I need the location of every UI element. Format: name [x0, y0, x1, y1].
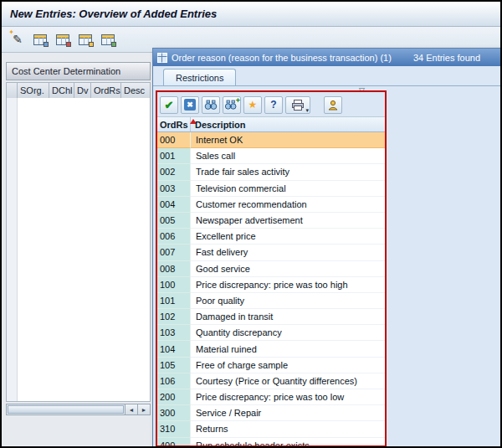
table-row[interactable]: 008 Good service — [157, 261, 385, 277]
dialog-grid-icon — [157, 53, 167, 63]
cell-description[interactable]: Returns — [191, 421, 385, 437]
table-row[interactable]: 004 Customer recommendation — [157, 197, 385, 213]
table-row[interactable]: 003 Television commercial — [157, 181, 385, 197]
scroll-left-button[interactable]: ◄ — [125, 404, 137, 415]
cell-ordrs[interactable]: 104 — [157, 341, 191, 357]
bg-col-desc[interactable]: Desc — [121, 82, 151, 99]
cell-description[interactable]: Customer recommendation — [191, 197, 385, 213]
table-row[interactable]: 400 Run schedule header exists — [157, 438, 385, 447]
position-button[interactable] — [99, 30, 117, 49]
cell-ordrs[interactable]: 103 — [157, 325, 191, 341]
cell-ordrs[interactable]: 300 — [157, 405, 191, 421]
cell-description[interactable]: Run schedule header exists — [191, 438, 385, 447]
cell-ordrs[interactable]: 000 — [157, 132, 191, 148]
bg-table-body — [6, 98, 151, 402]
dialog-title-bar[interactable]: Order reason (reason for the business tr… — [153, 49, 502, 66]
tab-restrictions[interactable]: Restrictions — [163, 69, 236, 86]
cell-ordrs[interactable]: 310 — [157, 421, 191, 437]
cell-ordrs[interactable]: 101 — [157, 293, 191, 309]
entries-found-label: 34 Entries found — [413, 53, 480, 63]
cell-description[interactable]: Courtesy (Price or Quantity differences) — [191, 373, 385, 389]
cell-description[interactable]: Price discrepancy: price was too low — [191, 389, 385, 405]
cell-ordrs[interactable]: 106 — [157, 373, 191, 389]
copy-as-button[interactable] — [31, 30, 49, 49]
cell-description[interactable]: Good service — [191, 261, 385, 277]
cell-description[interactable]: Television commercial — [191, 181, 385, 197]
cell-description[interactable]: Newspaper advertisement — [191, 213, 385, 229]
scroll-right-icon: ► — [141, 407, 147, 413]
scroll-right-button[interactable]: ► — [137, 404, 150, 415]
pencil-icon: ✦✎ — [13, 33, 23, 45]
cell-description[interactable]: Service / Repair — [191, 405, 385, 421]
select-all-button[interactable] — [76, 30, 95, 49]
cell-ordrs[interactable]: 008 — [157, 261, 191, 277]
cancel-button[interactable]: ✖ — [181, 96, 199, 114]
find-next-button[interactable]: + — [223, 96, 241, 114]
table-row[interactable]: 102 Damaged in transit — [157, 309, 385, 325]
table-row[interactable]: 200 Price discrepancy: price was too low — [157, 389, 385, 405]
cell-description[interactable]: Quantity discrepancy — [191, 325, 385, 341]
cell-ordrs[interactable]: 005 — [157, 213, 191, 229]
personal-value-list-button[interactable] — [324, 96, 342, 114]
table-delete-icon — [56, 34, 69, 45]
cell-description[interactable]: Internet OK — [191, 132, 385, 148]
print-button[interactable]: ▾ — [285, 96, 310, 114]
table-row[interactable]: 001 Sales call — [157, 148, 385, 164]
column-header-description[interactable]: Description — [191, 117, 385, 131]
table-row[interactable]: 300 Service / Repair — [157, 405, 385, 421]
bg-col-selector[interactable] — [6, 82, 18, 99]
cell-description[interactable]: Free of charge sample — [191, 358, 385, 373]
edit-toggle-button[interactable]: ✦✎ — [8, 30, 27, 49]
close-x-icon: ✖ — [184, 99, 196, 111]
cell-ordrs[interactable]: 004 — [157, 197, 191, 213]
bg-col-dchl[interactable]: DChl — [49, 82, 74, 99]
table-row[interactable]: 002 Trade fair sales activity — [157, 164, 385, 180]
accept-button[interactable]: ✔ — [160, 96, 178, 114]
search-help-button[interactable]: ? — [264, 96, 283, 114]
cell-ordrs[interactable]: 001 — [157, 148, 191, 164]
table-copy-icon — [33, 34, 47, 45]
cell-description[interactable]: Excellent price — [191, 229, 385, 245]
delete-row-button[interactable] — [54, 30, 72, 49]
cell-ordrs[interactable]: 006 — [157, 229, 191, 245]
panel-title: Cost Center Determination — [12, 66, 120, 76]
cell-description[interactable]: Fast delivery — [191, 245, 385, 260]
cell-ordrs[interactable]: 003 — [157, 181, 191, 197]
cell-description[interactable]: Price discrepancy: price was too high — [191, 277, 385, 293]
cell-description[interactable]: Trade fair sales activity — [191, 164, 385, 180]
table-row[interactable]: 105 Free of charge sample — [157, 358, 385, 373]
bg-col-ordrs[interactable]: OrdRs — [91, 82, 121, 99]
cell-ordrs[interactable]: 100 — [157, 277, 191, 293]
cell-ordrs[interactable]: 002 — [157, 164, 191, 180]
cell-description[interactable]: Material ruined — [191, 341, 385, 357]
table-row[interactable]: 000 Internet OK — [157, 132, 385, 148]
table-row[interactable]: 103 Quantity discrepancy — [157, 325, 385, 341]
table-row[interactable]: 005 Newspaper advertisement — [157, 213, 385, 229]
cell-ordrs[interactable]: 102 — [157, 309, 191, 325]
table-row[interactable]: 007 Fast delivery — [157, 245, 385, 260]
table-row[interactable]: 101 Poor quality — [157, 293, 385, 309]
cell-description[interactable]: Sales call — [191, 148, 385, 164]
find-button[interactable] — [202, 96, 220, 114]
table-row[interactable]: 106 Courtesy (Price or Quantity differen… — [157, 373, 385, 389]
bg-col-dv[interactable]: Dv — [74, 82, 91, 99]
cell-description[interactable]: Damaged in transit — [191, 309, 385, 325]
column-header-ordrs[interactable]: OrdRs — [157, 117, 191, 131]
cell-description[interactable]: Poor quality — [191, 293, 385, 309]
star-icon: ★ — [248, 100, 258, 110]
table-row[interactable]: 100 Price discrepancy: price was too hig… — [157, 277, 385, 293]
bg-horizontal-scrollbar[interactable]: ◄ ► — [6, 404, 151, 415]
bg-col-sorg[interactable]: SOrg. — [18, 82, 49, 99]
printer-icon — [291, 100, 305, 111]
sap-window: New Entries: Overview of Added Entries ✦… — [0, 0, 502, 448]
page-title: New Entries: Overview of Added Entries — [10, 8, 217, 20]
table-row[interactable]: 104 Material ruined — [157, 341, 385, 357]
scrollbar-thumb[interactable] — [8, 405, 124, 414]
cell-ordrs[interactable]: 200 — [157, 389, 191, 405]
table-row[interactable]: 310 Returns — [157, 421, 385, 437]
add-to-personal-list-button[interactable]: ★ — [243, 96, 262, 114]
cell-ordrs[interactable]: 400 — [157, 438, 191, 447]
cell-ordrs[interactable]: 105 — [157, 358, 191, 373]
cell-ordrs[interactable]: 007 — [157, 245, 191, 260]
table-row[interactable]: 006 Excellent price — [157, 229, 385, 245]
